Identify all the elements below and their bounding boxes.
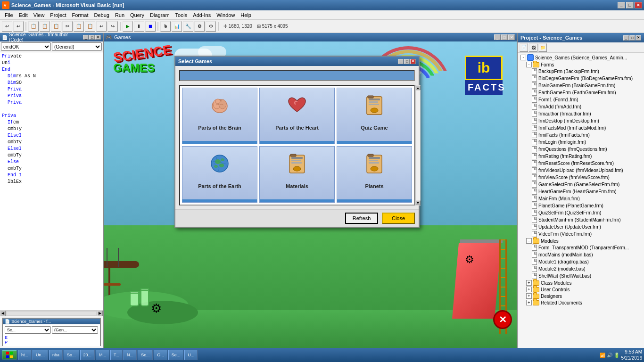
tree-module-modmains[interactable]: modMains (modMain.bas) xyxy=(519,251,643,258)
tree-form-planetgame[interactable]: PlanetGame (PlanetGame.frm) xyxy=(519,202,643,209)
tree-module-module1[interactable]: Module1 (dragdrop.bas) xyxy=(519,258,643,265)
toolbar-btn-4[interactable]: 📋 xyxy=(40,21,50,32)
tree-form-frmdesktop[interactable]: frmDesktop (frmDesktop.frm) xyxy=(519,117,643,124)
games-maximize[interactable]: □ xyxy=(501,34,508,40)
taskbar-item-4[interactable]: So... xyxy=(64,350,79,360)
tree-root[interactable]: - Science_Games (Science_Games_Admin... xyxy=(519,54,643,61)
tree-root-expander[interactable]: - xyxy=(520,55,526,60)
game-cell-planets[interactable]: Planets xyxy=(337,146,412,203)
tree-module-transparentform[interactable]: Form_TransparentMOD (TranparentForm... xyxy=(519,244,643,251)
hscroll-right[interactable]: ▶ xyxy=(97,311,103,316)
tree-form-biodegreefrm[interactable]: BioDegreGameFrm (BioDegreGameFrm.frm) xyxy=(519,75,643,82)
project-close[interactable]: ✕ xyxy=(636,35,641,41)
taskbar-item-9[interactable]: Sc... xyxy=(138,350,153,360)
games-close[interactable]: ✕ xyxy=(508,34,515,40)
small-combo-2[interactable]: (Gen... xyxy=(52,326,98,334)
tree-usercontrols-folder[interactable]: + User Controls xyxy=(519,286,643,293)
menu-edit[interactable]: Edit xyxy=(16,11,31,19)
menu-view[interactable]: View xyxy=(31,11,48,19)
pause-btn[interactable]: ⏸ xyxy=(134,21,144,32)
project-minimize[interactable]: _ xyxy=(623,35,629,41)
toolbar-btn-6[interactable]: ✂ xyxy=(62,21,73,32)
code-minimize[interactable]: _ xyxy=(83,35,89,40)
toolbar-btn-8[interactable]: 📋 xyxy=(85,21,95,32)
menu-file[interactable]: File xyxy=(2,11,16,19)
tree-form-videofrm[interactable]: VideoFrm (VideoFrm.frm) xyxy=(519,230,643,238)
game-cell-quiz[interactable]: Quiz Game xyxy=(337,88,412,144)
tree-classmodules-folder[interactable]: + Class Modules xyxy=(519,280,643,286)
taskbar-item-11[interactable]: Se... xyxy=(168,350,184,360)
menu-diagram[interactable]: Diagram xyxy=(147,11,173,19)
taskbar-item-1[interactable]: ht... xyxy=(18,350,32,360)
menu-query[interactable]: Query xyxy=(127,11,147,19)
tree-form-frmquestions[interactable]: frmQuestions (frmQuestions.frm) xyxy=(519,146,643,153)
project-view-code[interactable]: 📄 xyxy=(520,43,528,52)
menu-run[interactable]: Run xyxy=(112,11,127,19)
tree-designers-expander[interactable]: + xyxy=(526,293,532,299)
grid-scroll-down[interactable]: ▼ xyxy=(416,200,421,205)
start-button[interactable] xyxy=(2,350,17,360)
error-close-button[interactable]: ✕ xyxy=(493,310,512,329)
object-combo[interactable]: cmdOK xyxy=(1,42,51,51)
toolbar-btn-7[interactable]: 📋 xyxy=(74,21,84,32)
tree-forms-expander[interactable]: - xyxy=(526,62,532,67)
dialog-maximize[interactable]: □ xyxy=(404,59,410,64)
grid-scroll-up[interactable]: ▲ xyxy=(416,85,421,90)
code-close[interactable]: ✕ xyxy=(95,35,101,40)
toolbar-btn-1[interactable]: ↩ xyxy=(2,21,12,32)
toolbar-btn-dbg2[interactable]: 🔧 xyxy=(183,21,193,32)
tree-form-frmresetscore[interactable]: frmResetScore (frmResetScore.frm) xyxy=(519,160,643,167)
hscroll-left[interactable]: ◀ xyxy=(0,311,6,316)
taskbar-item-10[interactable]: G... xyxy=(154,350,167,360)
tree-form-backupfrm[interactable]: BackupFrm (BackupFrm.frm) xyxy=(519,68,643,75)
refresh-button[interactable]: Refresh xyxy=(345,213,378,224)
tree-form-studentmainfrm[interactable]: StudentMainFrm (StudentMainFrm.frm) xyxy=(519,216,643,223)
dialog-minimize[interactable]: _ xyxy=(398,59,404,64)
toolbar-btn-dbg4[interactable]: ⚙ xyxy=(206,21,216,32)
maximize-btn[interactable]: □ xyxy=(626,2,634,8)
games-minimize[interactable]: _ xyxy=(494,34,501,40)
hscroll-track[interactable] xyxy=(7,312,96,315)
tree-form-frmfactsmod[interactable]: frmFactsMod (frmFactsMod.frm) xyxy=(519,124,643,132)
tree-form-mainfrm[interactable]: MainFrm (Main.frm) xyxy=(519,195,643,202)
tree-form-updateuser[interactable]: UpdateUser (UpdateUser.frm) xyxy=(519,223,643,230)
tree-form-frmviewscore[interactable]: frmViewScore (frmViewScore.frm) xyxy=(519,174,643,181)
tree-relateddocs-folder[interactable]: + Related Documents xyxy=(519,299,643,306)
project-toggle-folders[interactable]: 📁 xyxy=(538,43,547,52)
menu-debug[interactable]: Debug xyxy=(91,11,112,19)
taskbar-item-3[interactable]: nba xyxy=(49,350,63,360)
menu-project[interactable]: Project xyxy=(47,11,69,19)
menu-help[interactable]: Help xyxy=(238,11,254,19)
tree-forms-folder[interactable]: - Forms xyxy=(519,61,643,68)
tree-form-gameselectfrm[interactable]: GameSelectFrm (GameSelectFrm.frm) xyxy=(519,181,643,188)
tree-designers-folder[interactable]: + Designers xyxy=(519,293,643,299)
tree-relateddocs-expander[interactable]: + xyxy=(526,300,532,305)
tree-form-form1[interactable]: Form1 (Form1.frm) xyxy=(519,96,643,103)
proc-combo[interactable]: (General) xyxy=(52,42,102,51)
tree-module-shellwait[interactable]: ShellWait (ShellWait.bas) xyxy=(519,272,643,280)
toolbar-btn-run[interactable]: 🖱 xyxy=(160,21,171,32)
tree-modules-expander[interactable]: - xyxy=(526,238,532,244)
menu-addins[interactable]: Add-Ins xyxy=(190,11,214,19)
toolbar-btn-5[interactable]: 📋 xyxy=(51,21,61,32)
tree-form-frmrating[interactable]: frmRating (frmRating.frm) xyxy=(519,153,643,160)
tree-form-quizsetfrm[interactable]: QuizSetFrm (QuizSetFrm.frm) xyxy=(519,209,643,216)
dialog-close[interactable]: ✕ xyxy=(410,59,416,64)
stop-btn[interactable]: ⏹ xyxy=(145,21,156,32)
tree-usercontrols-expander[interactable]: + xyxy=(526,287,532,292)
close-button[interactable]: Close xyxy=(382,213,415,224)
taskbar-item-12[interactable]: U... xyxy=(184,350,198,360)
toolbar-btn-3[interactable]: 📋 xyxy=(28,21,39,32)
tree-form-frmifacts[interactable]: frmiFacts (frmiFacts.frm) xyxy=(519,132,643,139)
code-maximize[interactable]: □ xyxy=(89,35,95,40)
game-cell-heart[interactable]: Parts of the Heart xyxy=(259,88,335,144)
menu-format[interactable]: Format xyxy=(69,11,91,19)
menu-tools[interactable]: Tools xyxy=(173,11,190,19)
tree-form-frmauthor[interactable]: frmauthor (frmauthor.frm) xyxy=(519,110,643,117)
grid-vscroll[interactable]: ▲ ▼ xyxy=(415,85,421,206)
toolbar-btn-dbg[interactable]: 📊 xyxy=(172,21,182,32)
small-combo-1[interactable]: Sc... xyxy=(5,326,51,334)
toolbar-btn-2[interactable]: ↩ xyxy=(13,21,24,32)
close-btn[interactable]: ✕ xyxy=(635,2,642,8)
tree-form-earthgamefrm[interactable]: EarthGameFrm (EarthGameFrm.frm) xyxy=(519,89,643,96)
